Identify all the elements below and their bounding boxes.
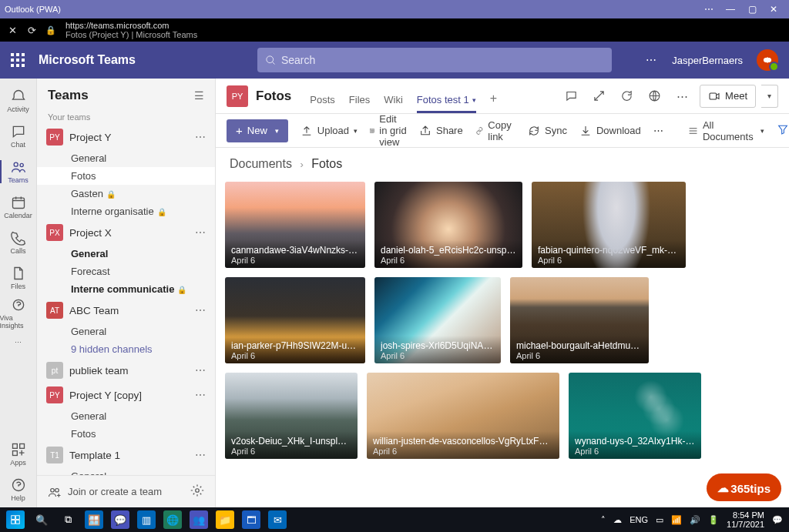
rail-teams[interactable]: Teams xyxy=(0,154,37,189)
channel-interne-communicatie[interactable]: Interne communicatie🔒 xyxy=(37,280,215,298)
file-tile[interactable]: michael-bourgault-aHetdmuNoO4-...April 6 xyxy=(510,277,649,363)
meet-chevron[interactable]: ▾ xyxy=(761,85,778,108)
tb-cast-icon[interactable]: ▭ xyxy=(656,515,663,525)
rail-more[interactable]: ⋯ xyxy=(0,331,37,354)
toolbar-more-icon[interactable]: ⋯ xyxy=(653,125,663,136)
user-avatar[interactable] xyxy=(757,49,778,71)
channel-forecast[interactable]: Forecast xyxy=(37,263,215,280)
conversation-icon[interactable] xyxy=(561,86,581,106)
upload-button[interactable]: Upload▾ xyxy=(300,125,358,137)
rail-files[interactable]: Files xyxy=(0,260,37,296)
team-more-icon[interactable]: ⋯ xyxy=(195,449,206,461)
rail-apps[interactable]: Apps xyxy=(0,437,37,472)
channel-fotos[interactable]: Fotos xyxy=(37,425,215,443)
tb-app8[interactable]: ✉ xyxy=(268,510,287,529)
channel-general[interactable]: General xyxy=(37,407,215,425)
close-button[interactable]: ✕ xyxy=(763,4,784,15)
header-more-icon[interactable]: ⋯ xyxy=(672,86,692,106)
tb-app6[interactable]: 📁 xyxy=(216,510,234,529)
team-project-x[interactable]: PXProject X⋯ xyxy=(37,220,215,245)
channel-gasten[interactable]: Gasten🔒 xyxy=(37,185,215,202)
channel-general[interactable]: General xyxy=(37,149,215,167)
tb-app4[interactable]: 🌐 xyxy=(163,510,182,529)
app-launcher-icon[interactable] xyxy=(11,53,25,67)
team-more-icon[interactable]: ⋯ xyxy=(195,226,206,239)
top-more-icon[interactable]: ⋯ xyxy=(646,54,658,66)
channel-general[interactable]: General xyxy=(37,467,215,475)
tb-search[interactable]: 🔍 xyxy=(32,510,51,529)
file-tile[interactable]: fabian-quintero-nq02weVF_mk-unsplash-...… xyxy=(532,182,686,268)
file-tile[interactable]: ian-parker-p7Hh9SIW22M-unsplash...April … xyxy=(225,277,365,363)
breadcrumb-documents[interactable]: Documents xyxy=(230,157,292,170)
file-tile[interactable]: josh-spires-Xrl6D5UqiNA-unspl...April 6 xyxy=(374,277,501,363)
tb-taskview[interactable]: ⧉ xyxy=(59,510,77,529)
search-input[interactable]: Search xyxy=(257,48,612,72)
download-button[interactable]: Download xyxy=(579,125,641,137)
minimize-button[interactable]: — xyxy=(720,4,741,15)
team-more-icon[interactable]: ⋯ xyxy=(195,304,206,316)
maximize-button[interactable]: ▢ xyxy=(741,4,763,15)
tb-cloud-icon[interactable]: ☁ xyxy=(613,515,622,525)
start-button[interactable] xyxy=(6,510,25,529)
team-project-y-copy-[interactable]: PYProject Y [copy]⋯ xyxy=(37,383,215,407)
rail-calendar[interactable]: Calendar xyxy=(0,189,37,225)
tb-clock[interactable]: 8:54 PM 11/7/2021 xyxy=(727,510,764,529)
team-more-icon[interactable]: ⋯ xyxy=(195,364,206,376)
channel-fotos[interactable]: Fotos xyxy=(37,167,215,185)
reload-icon[interactable] xyxy=(616,86,636,106)
tb-app7[interactable]: 🗔 xyxy=(242,510,260,529)
channel-general[interactable]: General xyxy=(37,323,215,340)
channel-9-hidden-channels[interactable]: 9 hidden channels xyxy=(37,340,215,358)
globe-icon[interactable] xyxy=(644,86,664,106)
channel-general[interactable]: General xyxy=(37,245,215,263)
file-tile[interactable]: wynand-uys-0_32AIxy1Hk-unsplas...April 6 xyxy=(569,373,701,459)
join-team-button[interactable]: Join or create a team xyxy=(37,475,215,507)
more-icon[interactable]: ⋯ xyxy=(698,4,720,15)
tb-app2[interactable]: 💬 xyxy=(111,510,129,529)
meet-button[interactable]: Meet xyxy=(700,85,756,108)
file-tile[interactable]: daniel-olah-5_eRcisHc2c-unsplash-scal...… xyxy=(374,182,522,268)
team-more-icon[interactable]: ⋯ xyxy=(195,389,206,401)
rail-insights[interactable]: Viva Insights xyxy=(0,296,37,331)
team-more-icon[interactable]: ⋯ xyxy=(195,131,206,143)
tab-wiki[interactable]: Wiki xyxy=(384,94,403,113)
channel-interne-organisatie[interactable]: Interne organisatie🔒 xyxy=(37,202,215,220)
join-team-label: Join or create a team xyxy=(68,486,162,497)
tab-files[interactable]: Files xyxy=(349,94,370,113)
tb-wifi-icon[interactable]: 📶 xyxy=(671,515,682,525)
tb-battery-icon[interactable]: 🔋 xyxy=(708,515,719,525)
stop-button[interactable]: ✕ xyxy=(6,25,18,36)
tb-chevron-up-icon[interactable]: ˄ xyxy=(601,515,606,525)
rail-help[interactable]: Help xyxy=(0,472,37,507)
settings-icon[interactable] xyxy=(190,483,204,500)
file-tile[interactable]: canmandawe-3iaV4wNnzks-unsplas...April 6 xyxy=(225,182,365,268)
file-tile[interactable]: willian-justen-de-vasconcellos-VgRyLtxFo… xyxy=(367,373,559,459)
team-publiek-team[interactable]: ptpubliek team⋯ xyxy=(37,358,215,383)
tab-posts[interactable]: Posts xyxy=(310,94,335,113)
rail-calls[interactable]: Calls xyxy=(0,225,37,260)
new-button[interactable]: + New ▾ xyxy=(227,119,288,142)
expand-icon[interactable] xyxy=(589,86,609,106)
reload-button[interactable]: ⟳ xyxy=(28,25,36,36)
file-tile[interactable]: v2osk-Deiuc_XHk_I-unsplash-scaled...Apri… xyxy=(225,373,358,459)
filter-icon[interactable] xyxy=(777,123,789,138)
tb-notifications-icon[interactable]: 💬 xyxy=(772,515,783,525)
tb-app3[interactable]: ▥ xyxy=(137,510,156,529)
sync-button[interactable]: Sync xyxy=(528,125,567,137)
filter-icon[interactable]: ☰ xyxy=(194,89,204,102)
rail-chat[interactable]: Chat xyxy=(0,119,37,154)
team-abc-team[interactable]: ATABC Team⋯ xyxy=(37,298,215,323)
tb-volume-icon[interactable]: 🔊 xyxy=(690,515,700,525)
edit-grid-button[interactable]: Edit in grid view xyxy=(370,113,407,148)
add-tab-button[interactable]: + xyxy=(490,92,497,113)
tab-fotos-test-1[interactable]: Fotos test 1▾ xyxy=(417,94,476,113)
tb-lang[interactable]: ENG xyxy=(630,515,648,524)
share-button[interactable]: Share xyxy=(419,125,463,137)
copy-link-button[interactable]: Copy link xyxy=(475,119,515,142)
team-template-1[interactable]: T1Template 1⋯ xyxy=(37,443,215,467)
tb-app5[interactable]: 👥 xyxy=(190,510,208,529)
views-dropdown[interactable]: All Documents▾ xyxy=(688,119,764,142)
rail-activity[interactable]: Activity xyxy=(0,83,37,119)
team-project-y[interactable]: PYProject Y⋯ xyxy=(37,125,215,149)
tb-app1[interactable]: 🪟 xyxy=(85,510,103,529)
